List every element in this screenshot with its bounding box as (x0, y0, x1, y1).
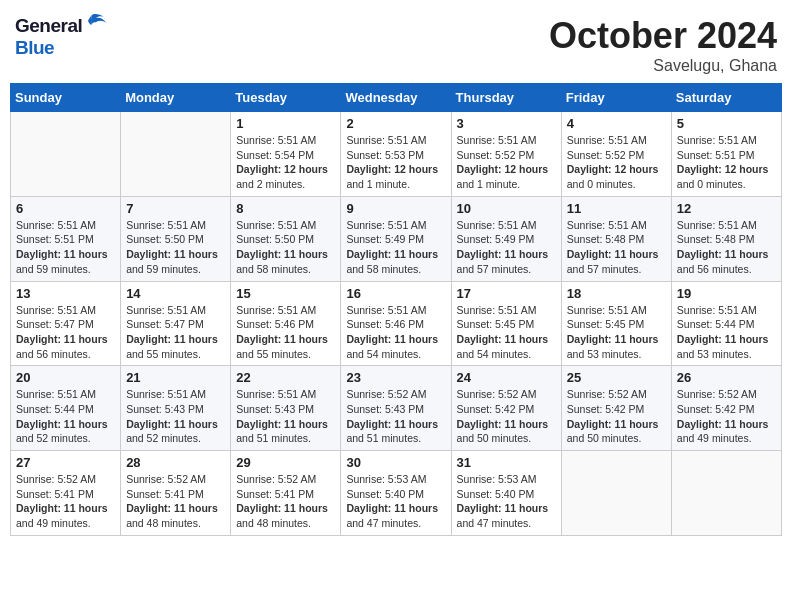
day-cell: 31Sunrise: 5:53 AMSunset: 5:40 PMDayligh… (451, 451, 561, 536)
day-info: Sunrise: 5:52 AMSunset: 5:42 PMDaylight:… (457, 387, 556, 446)
day-number: 16 (346, 286, 445, 301)
weekday-header-wednesday: Wednesday (341, 84, 451, 112)
day-info: Sunrise: 5:51 AMSunset: 5:52 PMDaylight:… (457, 133, 556, 192)
day-info: Sunrise: 5:51 AMSunset: 5:47 PMDaylight:… (126, 303, 225, 362)
day-number: 26 (677, 370, 776, 385)
day-number: 25 (567, 370, 666, 385)
day-cell: 16Sunrise: 5:51 AMSunset: 5:46 PMDayligh… (341, 281, 451, 366)
day-number: 7 (126, 201, 225, 216)
day-number: 15 (236, 286, 335, 301)
day-info: Sunrise: 5:51 AMSunset: 5:48 PMDaylight:… (567, 218, 666, 277)
day-info: Sunrise: 5:51 AMSunset: 5:50 PMDaylight:… (126, 218, 225, 277)
day-cell: 29Sunrise: 5:52 AMSunset: 5:41 PMDayligh… (231, 451, 341, 536)
day-info: Sunrise: 5:51 AMSunset: 5:53 PMDaylight:… (346, 133, 445, 192)
day-number: 17 (457, 286, 556, 301)
day-cell: 10Sunrise: 5:51 AMSunset: 5:49 PMDayligh… (451, 196, 561, 281)
day-cell: 8Sunrise: 5:51 AMSunset: 5:50 PMDaylight… (231, 196, 341, 281)
day-cell: 26Sunrise: 5:52 AMSunset: 5:42 PMDayligh… (671, 366, 781, 451)
day-number: 22 (236, 370, 335, 385)
day-cell: 1Sunrise: 5:51 AMSunset: 5:54 PMDaylight… (231, 112, 341, 197)
day-info: Sunrise: 5:51 AMSunset: 5:51 PMDaylight:… (677, 133, 776, 192)
month-title: October 2024 (549, 15, 777, 57)
day-cell: 14Sunrise: 5:51 AMSunset: 5:47 PMDayligh… (121, 281, 231, 366)
day-cell: 20Sunrise: 5:51 AMSunset: 5:44 PMDayligh… (11, 366, 121, 451)
location-title: Savelugu, Ghana (549, 57, 777, 75)
logo-general-text: General (15, 15, 82, 37)
day-cell: 6Sunrise: 5:51 AMSunset: 5:51 PMDaylight… (11, 196, 121, 281)
day-cell: 28Sunrise: 5:52 AMSunset: 5:41 PMDayligh… (121, 451, 231, 536)
day-info: Sunrise: 5:51 AMSunset: 5:46 PMDaylight:… (236, 303, 335, 362)
day-number: 4 (567, 116, 666, 131)
day-number: 13 (16, 286, 115, 301)
day-number: 1 (236, 116, 335, 131)
day-info: Sunrise: 5:52 AMSunset: 5:41 PMDaylight:… (16, 472, 115, 531)
day-cell: 9Sunrise: 5:51 AMSunset: 5:49 PMDaylight… (341, 196, 451, 281)
day-info: Sunrise: 5:51 AMSunset: 5:45 PMDaylight:… (457, 303, 556, 362)
day-cell (11, 112, 121, 197)
day-info: Sunrise: 5:52 AMSunset: 5:42 PMDaylight:… (677, 387, 776, 446)
day-cell: 18Sunrise: 5:51 AMSunset: 5:45 PMDayligh… (561, 281, 671, 366)
day-cell: 7Sunrise: 5:51 AMSunset: 5:50 PMDaylight… (121, 196, 231, 281)
day-cell: 24Sunrise: 5:52 AMSunset: 5:42 PMDayligh… (451, 366, 561, 451)
day-info: Sunrise: 5:51 AMSunset: 5:46 PMDaylight:… (346, 303, 445, 362)
day-number: 27 (16, 455, 115, 470)
day-cell: 4Sunrise: 5:51 AMSunset: 5:52 PMDaylight… (561, 112, 671, 197)
logo: General Blue (15, 15, 106, 59)
day-cell: 30Sunrise: 5:53 AMSunset: 5:40 PMDayligh… (341, 451, 451, 536)
day-info: Sunrise: 5:51 AMSunset: 5:49 PMDaylight:… (457, 218, 556, 277)
week-row-4: 20Sunrise: 5:51 AMSunset: 5:44 PMDayligh… (11, 366, 782, 451)
day-info: Sunrise: 5:51 AMSunset: 5:52 PMDaylight:… (567, 133, 666, 192)
day-info: Sunrise: 5:53 AMSunset: 5:40 PMDaylight:… (457, 472, 556, 531)
day-cell: 13Sunrise: 5:51 AMSunset: 5:47 PMDayligh… (11, 281, 121, 366)
title-area: October 2024 Savelugu, Ghana (549, 15, 777, 75)
weekday-header-thursday: Thursday (451, 84, 561, 112)
day-cell: 25Sunrise: 5:52 AMSunset: 5:42 PMDayligh… (561, 366, 671, 451)
day-info: Sunrise: 5:52 AMSunset: 5:43 PMDaylight:… (346, 387, 445, 446)
day-cell: 2Sunrise: 5:51 AMSunset: 5:53 PMDaylight… (341, 112, 451, 197)
day-number: 19 (677, 286, 776, 301)
weekday-header-tuesday: Tuesday (231, 84, 341, 112)
day-cell (671, 451, 781, 536)
day-number: 11 (567, 201, 666, 216)
day-cell: 23Sunrise: 5:52 AMSunset: 5:43 PMDayligh… (341, 366, 451, 451)
day-number: 20 (16, 370, 115, 385)
day-cell (561, 451, 671, 536)
day-info: Sunrise: 5:52 AMSunset: 5:41 PMDaylight:… (126, 472, 225, 531)
day-number: 9 (346, 201, 445, 216)
day-cell: 5Sunrise: 5:51 AMSunset: 5:51 PMDaylight… (671, 112, 781, 197)
week-row-1: 1Sunrise: 5:51 AMSunset: 5:54 PMDaylight… (11, 112, 782, 197)
day-info: Sunrise: 5:51 AMSunset: 5:43 PMDaylight:… (236, 387, 335, 446)
day-info: Sunrise: 5:51 AMSunset: 5:47 PMDaylight:… (16, 303, 115, 362)
weekday-header-saturday: Saturday (671, 84, 781, 112)
day-info: Sunrise: 5:51 AMSunset: 5:44 PMDaylight:… (16, 387, 115, 446)
day-info: Sunrise: 5:51 AMSunset: 5:44 PMDaylight:… (677, 303, 776, 362)
weekday-header-row: SundayMondayTuesdayWednesdayThursdayFrid… (11, 84, 782, 112)
day-number: 3 (457, 116, 556, 131)
day-info: Sunrise: 5:51 AMSunset: 5:43 PMDaylight:… (126, 387, 225, 446)
weekday-header-friday: Friday (561, 84, 671, 112)
day-number: 23 (346, 370, 445, 385)
header: General Blue October 2024 Savelugu, Ghan… (10, 10, 782, 75)
day-info: Sunrise: 5:51 AMSunset: 5:54 PMDaylight:… (236, 133, 335, 192)
day-info: Sunrise: 5:53 AMSunset: 5:40 PMDaylight:… (346, 472, 445, 531)
weekday-header-monday: Monday (121, 84, 231, 112)
day-info: Sunrise: 5:52 AMSunset: 5:42 PMDaylight:… (567, 387, 666, 446)
day-info: Sunrise: 5:51 AMSunset: 5:50 PMDaylight:… (236, 218, 335, 277)
day-number: 24 (457, 370, 556, 385)
day-number: 12 (677, 201, 776, 216)
day-info: Sunrise: 5:51 AMSunset: 5:48 PMDaylight:… (677, 218, 776, 277)
week-row-2: 6Sunrise: 5:51 AMSunset: 5:51 PMDaylight… (11, 196, 782, 281)
day-number: 18 (567, 286, 666, 301)
day-number: 5 (677, 116, 776, 131)
day-cell: 27Sunrise: 5:52 AMSunset: 5:41 PMDayligh… (11, 451, 121, 536)
day-cell: 3Sunrise: 5:51 AMSunset: 5:52 PMDaylight… (451, 112, 561, 197)
day-info: Sunrise: 5:51 AMSunset: 5:49 PMDaylight:… (346, 218, 445, 277)
logo-bird-icon (84, 13, 106, 31)
week-row-5: 27Sunrise: 5:52 AMSunset: 5:41 PMDayligh… (11, 451, 782, 536)
week-row-3: 13Sunrise: 5:51 AMSunset: 5:47 PMDayligh… (11, 281, 782, 366)
day-number: 10 (457, 201, 556, 216)
day-info: Sunrise: 5:52 AMSunset: 5:41 PMDaylight:… (236, 472, 335, 531)
day-cell: 21Sunrise: 5:51 AMSunset: 5:43 PMDayligh… (121, 366, 231, 451)
day-number: 30 (346, 455, 445, 470)
day-info: Sunrise: 5:51 AMSunset: 5:51 PMDaylight:… (16, 218, 115, 277)
